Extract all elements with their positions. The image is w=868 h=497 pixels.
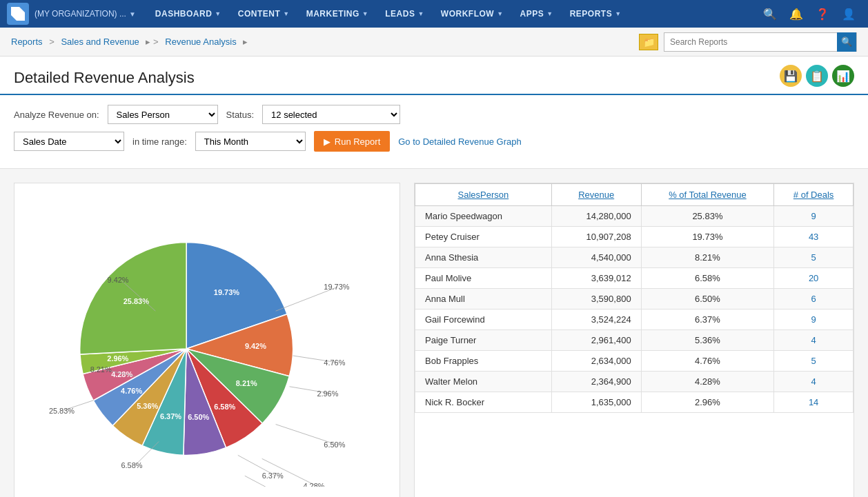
analyze-select[interactable]: Sales Person [108,105,218,124]
status-select[interactable]: 12 selected [262,105,400,124]
cell-deals[interactable]: 14 [774,392,854,413]
data-table-area: SalesPerson Revenue % of Total Revenue #… [414,183,854,497]
cell-revenue: 14,280,000 [551,206,641,227]
cell-deals[interactable]: 5 [774,351,854,372]
play-icon: ▶ [324,136,331,147]
revenue-table: SalesPerson Revenue % of Total Revenue #… [415,183,854,413]
deals-link[interactable]: 9 [811,211,816,221]
col-salesperson[interactable]: SalesPerson [415,184,552,206]
pie-label-outer-3: 6.50% [324,440,345,449]
search-icon[interactable]: 🔍 [758,1,782,26]
cell-pct: 6.50% [641,289,774,310]
deals-link[interactable]: 6 [811,294,816,304]
search-button[interactable]: 🔍 [837,32,856,52]
pie-label-outer-2: 2.96% [317,389,338,397]
export-excel-icon[interactable]: 📊 [832,65,854,87]
user-icon[interactable]: 👤 [836,1,861,26]
breadcrumb-bar: Reports > Sales and Revenue ▸ > Revenue … [0,28,868,57]
save-icon[interactable]: 💾 [780,65,802,87]
top-navigation: (MY ORGANIZATION) ... ▼ DASHBOARD ▼ CONT… [0,0,868,28]
cell-deals[interactable]: 6 [774,289,854,310]
col-deals[interactable]: # of Deals [774,184,854,206]
bell-icon[interactable]: 🔔 [784,1,809,26]
nav-apps[interactable]: APPS ▼ [512,0,562,28]
deals-link[interactable]: 20 [809,273,818,283]
apps-chevron: ▼ [546,10,553,17]
date-field-select[interactable]: Sales Date [14,132,124,151]
pie-label-outer-0: 19.73% [324,283,349,291]
breadcrumb-sales-revenue[interactable]: Sales and Revenue [61,37,139,47]
filter-area: Analyze Revenue on: Sales Person Status:… [0,95,868,169]
cell-revenue: 2,961,400 [551,330,641,351]
table-row: Paul Molive 3,639,012 6.58% 20 [415,268,854,289]
deals-link[interactable]: 9 [811,314,816,325]
run-report-button[interactable]: ▶ Run Report [314,131,390,152]
graph-link[interactable]: Go to Detailed Revenue Graph [398,136,522,147]
workflow-chevron: ▼ [497,10,503,17]
page-title: Detailed Revenue Analysis [14,69,195,94]
table-row: Mario Speedwagon 14,280,000 25.83% 9 [415,206,854,227]
cell-name: Walter Melon [415,372,552,392]
table-header-row: SalesPerson Revenue % of Total Revenue #… [415,184,854,206]
org-chevron[interactable]: ▼ [129,10,136,18]
cell-deals[interactable]: 43 [774,227,854,247]
deals-link[interactable]: 5 [811,252,816,263]
cell-name: Gail Forcewind [415,310,552,330]
nav-leads[interactable]: LEADS ▼ [377,0,433,28]
cell-pct: 6.58% [641,268,774,289]
pie-chart-svg: 19.73%9.42%8.21%6.58%6.50%6.37%5.36%4.76… [28,211,386,487]
cell-revenue: 3,524,224 [551,310,641,330]
pie-label-outer-4: 6.37% [262,471,284,480]
nav-dashboard[interactable]: DASHBOARD ▼ [147,0,230,28]
deals-link[interactable]: 5 [811,356,816,366]
cell-deals[interactable]: 4 [774,372,854,392]
header-actions: 💾 📋 📊 [780,65,854,94]
time-range-label: in time range: [132,136,187,147]
cell-deals[interactable]: 9 [774,310,854,330]
table-row: Gail Forcewind 3,524,224 6.37% 9 [415,310,854,330]
deals-link[interactable]: 4 [811,376,816,387]
cell-revenue: 1,635,000 [551,392,641,413]
nav-workflow[interactable]: WORKFLOW ▼ [433,0,512,28]
nav-marketing[interactable]: MARKETING ▼ [298,0,377,28]
cell-name: Anna Sthesia [415,247,552,268]
search-input[interactable] [664,33,837,51]
cell-revenue: 4,540,000 [551,247,641,268]
pie-chart-area: 19.73%9.42%8.21%6.58%6.50%6.37%5.36%4.76… [14,183,400,497]
cell-pct: 8.21% [641,247,774,268]
filter-row-1: Analyze Revenue on: Sales Person Status:… [14,105,854,124]
pie-label-outer-8: 8.21% [90,365,112,373]
share-icon[interactable]: 📋 [806,65,828,87]
col-pct-revenue[interactable]: % of Total Revenue [641,184,774,206]
nav-content[interactable]: CONTENT ▼ [230,0,298,28]
nav-items: DASHBOARD ▼ CONTENT ▼ MARKETING ▼ LEADS … [147,0,758,28]
time-range-select[interactable]: This Month [195,132,306,151]
help-icon[interactable]: ❓ [810,1,835,26]
cell-deals[interactable]: 5 [774,247,854,268]
cell-name: Paige Turner [415,330,552,351]
table-row: Anna Sthesia 4,540,000 8.21% 5 [415,247,854,268]
org-label[interactable]: (MY ORGANIZATION) ... [34,9,126,19]
deals-link[interactable]: 4 [811,335,816,345]
bookmark-icon[interactable]: 📁 [639,34,658,50]
breadcrumb-sep-2: ▸ > [146,37,161,47]
deals-link[interactable]: 43 [809,232,818,242]
cell-revenue: 2,364,900 [551,372,641,392]
cell-deals[interactable]: 4 [774,330,854,351]
deals-link[interactable]: 14 [809,397,818,407]
app-logo[interactable] [7,3,29,25]
col-revenue[interactable]: Revenue [551,184,641,206]
cell-pct: 6.37% [641,310,774,330]
leads-chevron: ▼ [417,10,424,17]
analyze-label: Analyze Revenue on: [14,110,99,120]
cell-deals[interactable]: 20 [774,268,854,289]
breadcrumb-reports[interactable]: Reports [11,37,43,47]
pie-label-outer-6: 4.28% [303,482,324,487]
pie-label-inner-6: 5.36% [137,402,158,410]
pie-label-inner-5: 6.37% [160,412,181,420]
cell-pct: 19.73% [641,227,774,247]
cell-deals[interactable]: 9 [774,206,854,227]
breadcrumb-revenue-analysis[interactable]: Revenue Analysis [165,37,236,47]
nav-reports[interactable]: REPORTS ▼ [562,0,630,28]
pie-label-inner-0: 19.73% [214,288,239,296]
